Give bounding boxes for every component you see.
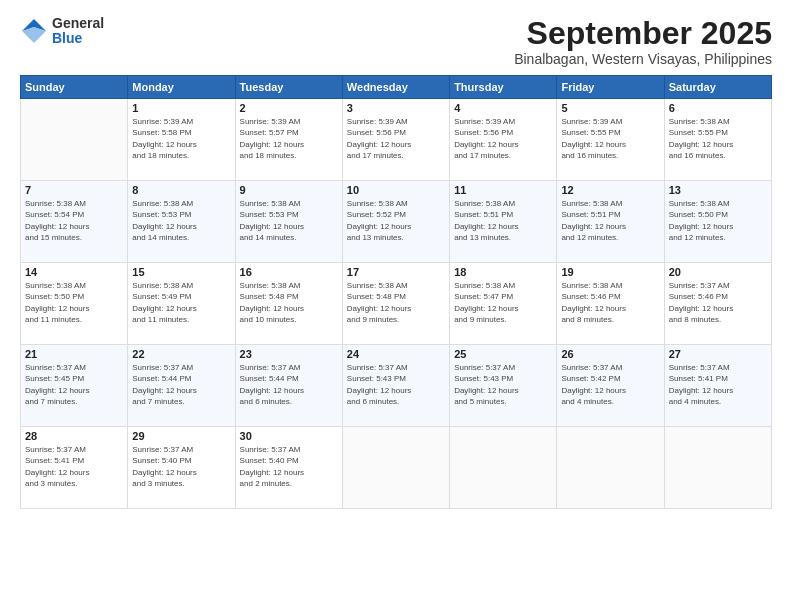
- day-number: 2: [240, 102, 338, 114]
- day-number: 10: [347, 184, 445, 196]
- day-info: Sunrise: 5:39 AM Sunset: 5:57 PM Dayligh…: [240, 116, 338, 161]
- calendar-header: Sunday Monday Tuesday Wednesday Thursday…: [21, 76, 772, 99]
- col-thursday: Thursday: [450, 76, 557, 99]
- day-info: Sunrise: 5:38 AM Sunset: 5:53 PM Dayligh…: [240, 198, 338, 243]
- col-wednesday: Wednesday: [342, 76, 449, 99]
- day-info: Sunrise: 5:37 AM Sunset: 5:40 PM Dayligh…: [132, 444, 230, 489]
- calendar-cell: 5Sunrise: 5:39 AM Sunset: 5:55 PM Daylig…: [557, 99, 664, 181]
- logo: General Blue: [20, 16, 104, 47]
- day-info: Sunrise: 5:37 AM Sunset: 5:42 PM Dayligh…: [561, 362, 659, 407]
- day-number: 28: [25, 430, 123, 442]
- day-info: Sunrise: 5:39 AM Sunset: 5:56 PM Dayligh…: [454, 116, 552, 161]
- day-info: Sunrise: 5:38 AM Sunset: 5:52 PM Dayligh…: [347, 198, 445, 243]
- day-number: 7: [25, 184, 123, 196]
- week-row-4: 21Sunrise: 5:37 AM Sunset: 5:45 PM Dayli…: [21, 345, 772, 427]
- day-number: 11: [454, 184, 552, 196]
- header-row: Sunday Monday Tuesday Wednesday Thursday…: [21, 76, 772, 99]
- day-info: Sunrise: 5:37 AM Sunset: 5:41 PM Dayligh…: [669, 362, 767, 407]
- day-number: 9: [240, 184, 338, 196]
- day-number: 24: [347, 348, 445, 360]
- day-number: 13: [669, 184, 767, 196]
- page: General Blue September 2025 Binalbagan, …: [0, 0, 792, 612]
- calendar-cell: 27Sunrise: 5:37 AM Sunset: 5:41 PM Dayli…: [664, 345, 771, 427]
- calendar-cell: 17Sunrise: 5:38 AM Sunset: 5:48 PM Dayli…: [342, 263, 449, 345]
- day-info: Sunrise: 5:37 AM Sunset: 5:40 PM Dayligh…: [240, 444, 338, 489]
- calendar-cell: [664, 427, 771, 509]
- calendar-cell: 10Sunrise: 5:38 AM Sunset: 5:52 PM Dayli…: [342, 181, 449, 263]
- day-info: Sunrise: 5:38 AM Sunset: 5:46 PM Dayligh…: [561, 280, 659, 325]
- day-number: 22: [132, 348, 230, 360]
- calendar-cell: 2Sunrise: 5:39 AM Sunset: 5:57 PM Daylig…: [235, 99, 342, 181]
- day-number: 4: [454, 102, 552, 114]
- day-info: Sunrise: 5:37 AM Sunset: 5:45 PM Dayligh…: [25, 362, 123, 407]
- calendar-cell: 28Sunrise: 5:37 AM Sunset: 5:41 PM Dayli…: [21, 427, 128, 509]
- calendar-location: Binalbagan, Western Visayas, Philippines: [514, 51, 772, 67]
- day-number: 25: [454, 348, 552, 360]
- week-row-2: 7Sunrise: 5:38 AM Sunset: 5:54 PM Daylig…: [21, 181, 772, 263]
- day-number: 19: [561, 266, 659, 278]
- calendar-cell: 18Sunrise: 5:38 AM Sunset: 5:47 PM Dayli…: [450, 263, 557, 345]
- calendar-cell: 15Sunrise: 5:38 AM Sunset: 5:49 PM Dayli…: [128, 263, 235, 345]
- col-friday: Friday: [557, 76, 664, 99]
- calendar-cell: [21, 99, 128, 181]
- day-info: Sunrise: 5:38 AM Sunset: 5:49 PM Dayligh…: [132, 280, 230, 325]
- calendar-cell: 12Sunrise: 5:38 AM Sunset: 5:51 PM Dayli…: [557, 181, 664, 263]
- day-number: 14: [25, 266, 123, 278]
- day-number: 26: [561, 348, 659, 360]
- logo-general-text: General: [52, 16, 104, 31]
- col-sunday: Sunday: [21, 76, 128, 99]
- calendar-cell: 7Sunrise: 5:38 AM Sunset: 5:54 PM Daylig…: [21, 181, 128, 263]
- calendar-cell: 11Sunrise: 5:38 AM Sunset: 5:51 PM Dayli…: [450, 181, 557, 263]
- logo-text: General Blue: [52, 16, 104, 47]
- day-number: 20: [669, 266, 767, 278]
- calendar-cell: 26Sunrise: 5:37 AM Sunset: 5:42 PM Dayli…: [557, 345, 664, 427]
- calendar-cell: 30Sunrise: 5:37 AM Sunset: 5:40 PM Dayli…: [235, 427, 342, 509]
- calendar-cell: 3Sunrise: 5:39 AM Sunset: 5:56 PM Daylig…: [342, 99, 449, 181]
- calendar-cell: [557, 427, 664, 509]
- day-number: 15: [132, 266, 230, 278]
- day-number: 5: [561, 102, 659, 114]
- day-info: Sunrise: 5:38 AM Sunset: 5:51 PM Dayligh…: [561, 198, 659, 243]
- day-number: 12: [561, 184, 659, 196]
- calendar-cell: 21Sunrise: 5:37 AM Sunset: 5:45 PM Dayli…: [21, 345, 128, 427]
- calendar-cell: 13Sunrise: 5:38 AM Sunset: 5:50 PM Dayli…: [664, 181, 771, 263]
- title-block: September 2025 Binalbagan, Western Visay…: [514, 16, 772, 67]
- week-row-3: 14Sunrise: 5:38 AM Sunset: 5:50 PM Dayli…: [21, 263, 772, 345]
- col-saturday: Saturday: [664, 76, 771, 99]
- day-info: Sunrise: 5:38 AM Sunset: 5:47 PM Dayligh…: [454, 280, 552, 325]
- day-info: Sunrise: 5:38 AM Sunset: 5:48 PM Dayligh…: [240, 280, 338, 325]
- day-number: 3: [347, 102, 445, 114]
- calendar-cell: 19Sunrise: 5:38 AM Sunset: 5:46 PM Dayli…: [557, 263, 664, 345]
- calendar-cell: 4Sunrise: 5:39 AM Sunset: 5:56 PM Daylig…: [450, 99, 557, 181]
- calendar-title: September 2025: [514, 16, 772, 51]
- day-info: Sunrise: 5:38 AM Sunset: 5:55 PM Dayligh…: [669, 116, 767, 161]
- day-number: 18: [454, 266, 552, 278]
- col-monday: Monday: [128, 76, 235, 99]
- day-number: 29: [132, 430, 230, 442]
- day-info: Sunrise: 5:39 AM Sunset: 5:56 PM Dayligh…: [347, 116, 445, 161]
- day-info: Sunrise: 5:38 AM Sunset: 5:50 PM Dayligh…: [25, 280, 123, 325]
- day-number: 23: [240, 348, 338, 360]
- logo-icon: [20, 17, 48, 45]
- calendar-body: 1Sunrise: 5:39 AM Sunset: 5:58 PM Daylig…: [21, 99, 772, 509]
- calendar-cell: 14Sunrise: 5:38 AM Sunset: 5:50 PM Dayli…: [21, 263, 128, 345]
- logo-blue-text: Blue: [52, 31, 104, 46]
- calendar-cell: 20Sunrise: 5:37 AM Sunset: 5:46 PM Dayli…: [664, 263, 771, 345]
- day-info: Sunrise: 5:38 AM Sunset: 5:51 PM Dayligh…: [454, 198, 552, 243]
- day-info: Sunrise: 5:37 AM Sunset: 5:43 PM Dayligh…: [347, 362, 445, 407]
- day-number: 30: [240, 430, 338, 442]
- calendar-cell: 6Sunrise: 5:38 AM Sunset: 5:55 PM Daylig…: [664, 99, 771, 181]
- day-info: Sunrise: 5:38 AM Sunset: 5:48 PM Dayligh…: [347, 280, 445, 325]
- week-row-1: 1Sunrise: 5:39 AM Sunset: 5:58 PM Daylig…: [21, 99, 772, 181]
- day-number: 1: [132, 102, 230, 114]
- calendar-cell: 9Sunrise: 5:38 AM Sunset: 5:53 PM Daylig…: [235, 181, 342, 263]
- day-info: Sunrise: 5:37 AM Sunset: 5:46 PM Dayligh…: [669, 280, 767, 325]
- day-info: Sunrise: 5:39 AM Sunset: 5:58 PM Dayligh…: [132, 116, 230, 161]
- day-info: Sunrise: 5:37 AM Sunset: 5:41 PM Dayligh…: [25, 444, 123, 489]
- calendar-cell: [342, 427, 449, 509]
- day-number: 16: [240, 266, 338, 278]
- day-number: 21: [25, 348, 123, 360]
- day-info: Sunrise: 5:38 AM Sunset: 5:53 PM Dayligh…: [132, 198, 230, 243]
- calendar-table: Sunday Monday Tuesday Wednesday Thursday…: [20, 75, 772, 509]
- header: General Blue September 2025 Binalbagan, …: [20, 16, 772, 67]
